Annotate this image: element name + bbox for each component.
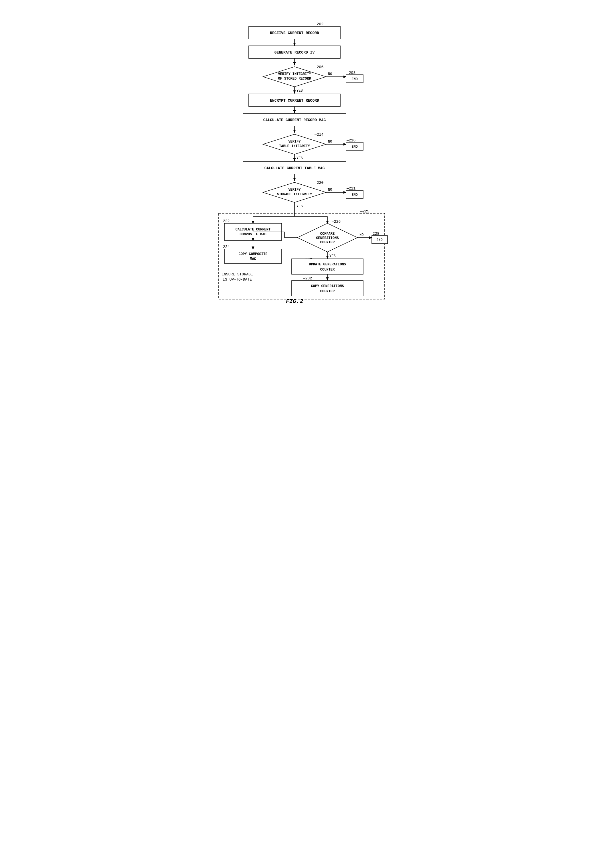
- node-222-label1: CALCULATE CURRENT: [236, 227, 270, 232]
- ref-208: —208: [346, 71, 356, 75]
- node-232-label2: COUNTER: [320, 289, 335, 294]
- ref-224: 224—: [223, 245, 232, 249]
- node-226-label1: COMPARE: [320, 232, 335, 236]
- node-214-label1: VERIFY: [288, 140, 301, 144]
- node-230-label2: COUNTER: [320, 268, 335, 272]
- diagram-container: —202 RECEIVE CURRENT RECORD —204 GENERAT…: [197, 6, 392, 323]
- ref-222: 222—: [223, 219, 232, 223]
- label-yes-226: YES: [329, 254, 336, 258]
- node-224-label1: COPY COMPOSITE: [239, 252, 267, 256]
- node-214-label2: TABLE INTEGRITY: [279, 144, 310, 148]
- ref-226: —226: [331, 220, 341, 224]
- node-220-label2: STORAGE INTEGRITY: [277, 192, 312, 196]
- ref-221: —221: [346, 186, 356, 190]
- node-202-label: RECEIVE CURRENT RECORD: [270, 31, 319, 35]
- node-208-label: END: [351, 77, 358, 81]
- label-no-226: NO: [359, 233, 363, 237]
- node-210-label: ENCRYPT CURRENT RECORD: [270, 99, 319, 103]
- flowchart-svg: —202 RECEIVE CURRENT RECORD —204 GENERAT…: [203, 14, 397, 306]
- node-224-label2: MAC: [250, 257, 256, 261]
- node-206-label2: OF STORED RECORD: [278, 77, 311, 81]
- ref-206: —206: [314, 65, 323, 69]
- node-220-label1: VERIFY: [288, 188, 301, 192]
- node-230-label1: UPDATE GENERATIONS: [309, 263, 346, 267]
- node-212-label: CALCULATE CURRENT RECORD MAC: [263, 118, 326, 122]
- label-yes-206: YES: [297, 89, 303, 93]
- node-228-label: END: [376, 238, 383, 242]
- ensure-label2: IS UP-TO-DATE: [223, 278, 252, 282]
- ref-202: —202: [314, 22, 323, 27]
- ref-232: —232: [303, 276, 312, 280]
- ref-225: —225: [360, 209, 369, 214]
- node-232-label1: COPY GENERATIONS: [311, 284, 344, 288]
- node-232-box: [292, 280, 363, 296]
- label-yes-220: YES: [297, 204, 303, 208]
- figure-caption: FIG.2: [286, 298, 303, 305]
- ref-216: —216: [346, 138, 356, 143]
- node-221-label: END: [351, 193, 358, 197]
- ref-228: 228: [373, 232, 379, 236]
- node-218-label: CALCULATE CURRENT TABLE MAC: [264, 166, 325, 170]
- ensure-label1: ENSURE STORAGE: [221, 272, 253, 276]
- node-204-label: GENERATE RECORD IV: [275, 50, 315, 55]
- node-224-box: [224, 249, 282, 263]
- label-no-206: NO: [328, 72, 332, 76]
- node-216-label: END: [351, 145, 358, 149]
- node-230-box: [292, 259, 363, 274]
- node-226-label2: GENERATIONS: [316, 236, 339, 240]
- node-206-label1: VERIFY INTEGRITY: [278, 72, 311, 76]
- ref-214: —214: [314, 133, 323, 137]
- node-226-label3: COUNTER: [320, 241, 335, 245]
- label-no-214: NO: [328, 140, 332, 144]
- label-no-220: NO: [328, 188, 332, 192]
- label-yes-214: YES: [297, 156, 303, 160]
- ref-220: —220: [314, 181, 323, 185]
